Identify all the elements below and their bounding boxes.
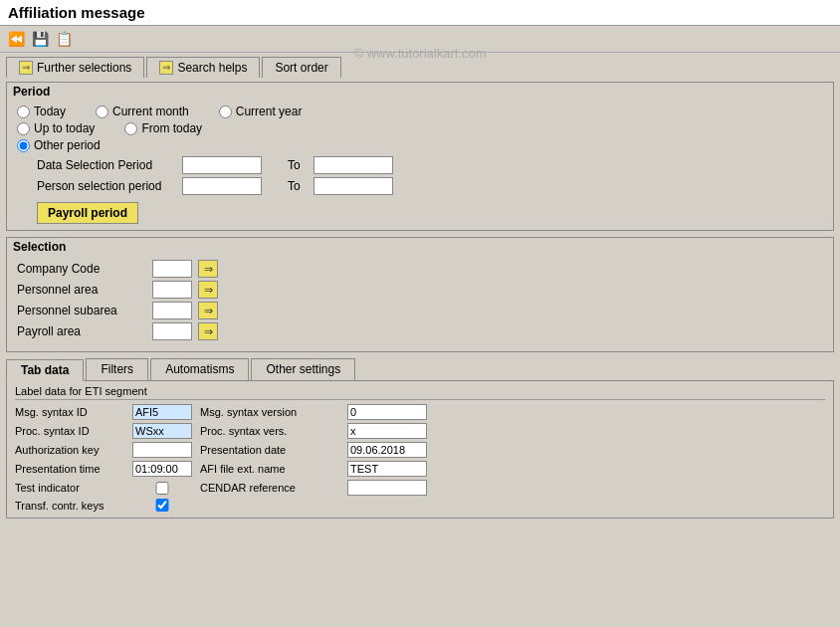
- payroll-period-button[interactable]: Payroll period: [37, 202, 138, 224]
- radio-up-to-today-input[interactable]: [17, 122, 30, 135]
- company-code-label: Company Code: [17, 262, 146, 276]
- person-selection-period-label: Person selection period: [37, 179, 176, 193]
- bottom-panel: Label data for ETI segment Msg. syntax I…: [6, 380, 834, 519]
- title-bar: Affiliation message: [0, 0, 840, 26]
- arrow-icon-further: ⇒: [19, 61, 33, 75]
- authorization-key-input[interactable]: [132, 442, 192, 458]
- presentation-date-label: Presentation date: [200, 444, 339, 456]
- radio-other-period-input[interactable]: [17, 139, 30, 152]
- cendar-reference-input[interactable]: [347, 480, 427, 496]
- radio-current-year-input[interactable]: [219, 105, 232, 118]
- tab-further-selections[interactable]: ⇒ Further selections: [6, 57, 144, 78]
- transf-contr-keys-checkbox[interactable]: [132, 499, 192, 512]
- radio-up-to-today[interactable]: Up to today: [17, 121, 95, 135]
- radio-current-year[interactable]: Current year: [219, 104, 303, 118]
- tab-tab-data[interactable]: Tab data: [6, 359, 84, 381]
- radio-other-period[interactable]: Other period: [17, 138, 101, 152]
- proc-syntax-id-input[interactable]: [132, 423, 192, 439]
- msg-syntax-id-input[interactable]: [132, 404, 192, 420]
- company-code-row: Company Code ⇒: [17, 260, 823, 278]
- tab-tab-data-label: Tab data: [21, 363, 69, 377]
- radio-today-input[interactable]: [17, 105, 30, 118]
- tab-filters-label: Filters: [101, 362, 133, 376]
- personnel-subarea-input[interactable]: [152, 302, 192, 319]
- tab-other-settings[interactable]: Other settings: [251, 358, 355, 380]
- radio-up-to-today-label: Up to today: [34, 121, 95, 135]
- payroll-area-input[interactable]: [152, 322, 192, 340]
- personnel-area-label: Personnel area: [17, 283, 146, 297]
- payroll-area-arrow-btn[interactable]: ⇒: [198, 322, 218, 340]
- company-code-input[interactable]: [152, 260, 192, 278]
- personnel-subarea-row: Personnel subarea ⇒: [17, 302, 823, 319]
- radio-from-today-input[interactable]: [124, 122, 137, 135]
- clock-back-icon[interactable]: ⏪: [6, 29, 26, 49]
- radio-from-today-label: From today: [141, 121, 202, 135]
- presentation-time-label: Presentation time: [15, 463, 124, 475]
- data-selection-period-label: Data Selection Period: [37, 158, 176, 172]
- radio-other-period-label: Other period: [34, 138, 101, 152]
- presentation-date-input[interactable]: [347, 442, 427, 458]
- radio-today-label: Today: [34, 104, 66, 118]
- transf-contr-keys-label: Transf. contr. keys: [15, 500, 124, 512]
- radio-current-month-input[interactable]: [96, 105, 108, 118]
- tab-further-selections-label: Further selections: [37, 61, 131, 75]
- proc-syntax-vers-input[interactable]: [347, 423, 427, 439]
- radio-from-today[interactable]: From today: [124, 121, 202, 135]
- tab-search-helps-label: Search helps: [177, 61, 247, 75]
- tab-sort-order-label: Sort order: [275, 61, 327, 75]
- person-selection-period-to[interactable]: [314, 177, 393, 195]
- period-section-title: Period: [7, 83, 833, 101]
- selection-section-title: Selection: [7, 238, 833, 256]
- personnel-area-row: Personnel area ⇒: [17, 281, 823, 299]
- personnel-subarea-arrow-btn[interactable]: ⇒: [198, 302, 218, 319]
- to-label-1: To: [288, 158, 308, 172]
- proc-syntax-id-label: Proc. syntax ID: [15, 425, 124, 437]
- to-label-2: To: [288, 179, 308, 193]
- period-section: Period Today Current month Current year: [6, 82, 834, 231]
- afi-file-ext-input[interactable]: [347, 461, 427, 477]
- tab-search-helps[interactable]: ⇒ Search helps: [146, 57, 260, 78]
- person-selection-period-from[interactable]: [182, 177, 262, 195]
- msg-syntax-version-label: Msg. syntax version: [200, 406, 339, 418]
- payroll-area-label: Payroll area: [17, 324, 146, 338]
- authorization-key-label: Authorization key: [15, 444, 124, 456]
- data-selection-period-to[interactable]: [314, 156, 393, 174]
- toolbar: ⏪ 💾 📋 © www.tutorialkart.com: [0, 26, 840, 53]
- radio-current-month-label: Current month: [112, 104, 189, 118]
- radio-current-year-label: Current year: [236, 104, 303, 118]
- arrow-icon-search: ⇒: [159, 61, 173, 75]
- page-title: Affiliation message: [8, 4, 145, 21]
- bottom-section: Tab data Filters Automatisms Other setti…: [6, 358, 834, 519]
- save-icon[interactable]: 💾: [30, 29, 50, 49]
- tab-filters[interactable]: Filters: [86, 358, 148, 380]
- company-code-arrow-btn[interactable]: ⇒: [198, 260, 218, 278]
- msg-syntax-version-input[interactable]: [347, 404, 427, 420]
- tab-automatisms-label: Automatisms: [165, 362, 234, 376]
- msg-syntax-id-label: Msg. syntax ID: [15, 406, 124, 418]
- radio-today[interactable]: Today: [17, 104, 66, 118]
- personnel-area-input[interactable]: [152, 281, 192, 299]
- cendar-reference-label: CENDAR reference: [200, 482, 339, 494]
- panel-section-title: Label data for ETI segment: [15, 385, 825, 400]
- test-indicator-checkbox[interactable]: [132, 482, 192, 495]
- proc-syntax-vers-label: Proc. syntax vers.: [200, 425, 339, 437]
- tab-other-settings-label: Other settings: [266, 362, 340, 376]
- personnel-subarea-label: Personnel subarea: [17, 304, 146, 317]
- afi-file-ext-label: AFI file ext. name: [200, 463, 339, 475]
- tab-automatisms[interactable]: Automatisms: [150, 358, 249, 380]
- data-selection-period-from[interactable]: [182, 156, 262, 174]
- radio-current-month[interactable]: Current month: [96, 104, 189, 118]
- payroll-area-row: Payroll area ⇒: [17, 322, 823, 340]
- selection-section: Selection Company Code ⇒ Personnel area …: [6, 237, 834, 352]
- personnel-area-arrow-btn[interactable]: ⇒: [198, 281, 218, 299]
- tab-sort-order[interactable]: Sort order: [262, 57, 340, 78]
- presentation-time-input[interactable]: [132, 461, 192, 477]
- test-indicator-label: Test indicator: [15, 482, 124, 494]
- shortcut-icon[interactable]: 📋: [54, 29, 74, 49]
